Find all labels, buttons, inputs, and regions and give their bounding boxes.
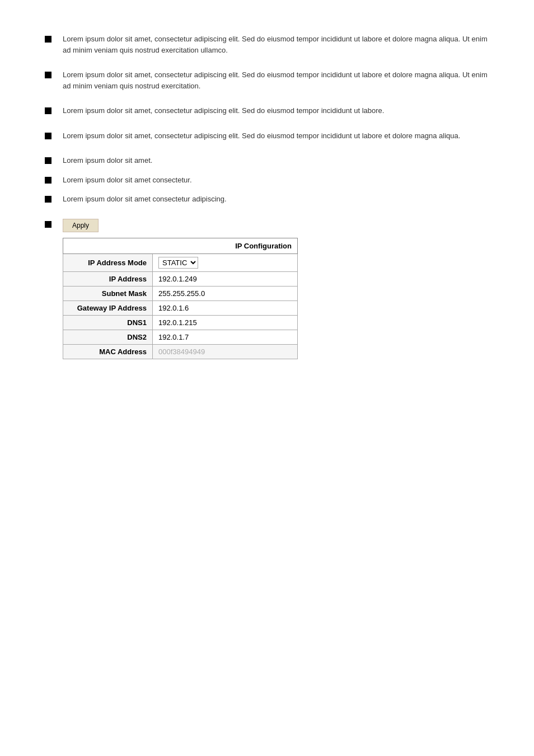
ip-mode-label: IP Address Mode — [63, 253, 153, 271]
ip-config-title: IP Configuration — [63, 238, 298, 253]
subnet-mask-label: Subnet Mask — [63, 286, 153, 300]
ip-config-table: IP Configuration IP Address Mode STATIC … — [63, 238, 298, 359]
bullet-icon-1 — [45, 36, 51, 43]
table-row-dns2: DNS2 192.0.1.7 — [63, 330, 298, 344]
table-row-dns1: DNS1 192.0.1.215 — [63, 315, 298, 330]
bullet-icon-8 — [45, 221, 51, 228]
bullet-icon-5 — [45, 157, 51, 164]
dns2-value: 192.0.1.7 — [153, 330, 298, 344]
bullet-text-3: Lorem ipsum dolor sit amet, consectetur … — [63, 106, 384, 115]
bullet-icon-2 — [45, 72, 51, 78]
ip-mode-select[interactable]: STATIC DHCP — [158, 257, 198, 269]
bullet-section-1: Lorem ipsum dolor sit amet, consectetur … — [45, 34, 489, 55]
apply-button[interactable]: Apply — [63, 219, 99, 232]
bullet-icon-6 — [45, 177, 51, 184]
bullet-text-4: Lorem ipsum dolor sit amet, consectetur … — [63, 132, 460, 140]
page-container: Lorem ipsum dolor sit amet, consectetur … — [0, 0, 534, 410]
ip-mode-value[interactable]: STATIC DHCP — [153, 253, 298, 271]
bullet-text-2: Lorem ipsum dolor sit amet, consectetur … — [63, 71, 488, 90]
table-row-subnet-mask: Subnet Mask 255.255.255.0 — [63, 286, 298, 300]
table-row-mac: MAC Address 000f38494949 — [63, 344, 298, 359]
bullet-icon-4 — [45, 133, 51, 139]
bullet-section-6: Lorem ipsum dolor sit amet consectetur. — [45, 175, 489, 186]
bullet-text-1: Lorem ipsum dolor sit amet, consectetur … — [63, 35, 488, 54]
dns2-label: DNS2 — [63, 330, 153, 344]
table-row-ip-address: IP Address 192.0.1.249 — [63, 271, 298, 286]
dns1-label: DNS1 — [63, 315, 153, 330]
table-row-gateway: Gateway IP Address 192.0.1.6 — [63, 300, 298, 315]
bullet-section-4: Lorem ipsum dolor sit amet, consectetur … — [45, 130, 489, 142]
bullet-text-6: Lorem ipsum dolor sit amet consectetur. — [63, 176, 192, 184]
bullet-icon-3 — [45, 107, 51, 114]
bullet-section-8: Apply IP Configuration IP Address Mode S… — [45, 219, 489, 359]
ip-address-value: 192.0.1.249 — [153, 271, 298, 286]
bullet-section-7: Lorem ipsum dolor sit amet consectetur a… — [45, 194, 489, 205]
bullet-section-2: Lorem ipsum dolor sit amet, consectetur … — [45, 69, 489, 91]
gateway-value: 192.0.1.6 — [153, 300, 298, 315]
bullet-text-7: Lorem ipsum dolor sit amet consectetur a… — [63, 195, 227, 203]
table-row-ip-mode: IP Address Mode STATIC DHCP — [63, 253, 298, 271]
bullet-section-3: Lorem ipsum dolor sit amet, consectetur … — [45, 105, 489, 116]
bullet-section-5: Lorem ipsum dolor sit amet. — [45, 155, 489, 166]
mac-address-value: 000f38494949 — [153, 344, 298, 359]
mac-address-label: MAC Address — [63, 344, 153, 359]
gateway-label: Gateway IP Address — [63, 300, 153, 315]
bullet-text-5: Lorem ipsum dolor sit amet. — [63, 156, 152, 165]
bullet-icon-7 — [45, 196, 51, 203]
subnet-mask-value: 255.255.255.0 — [153, 286, 298, 300]
dns1-value: 192.0.1.215 — [153, 315, 298, 330]
ip-address-label: IP Address — [63, 271, 153, 286]
